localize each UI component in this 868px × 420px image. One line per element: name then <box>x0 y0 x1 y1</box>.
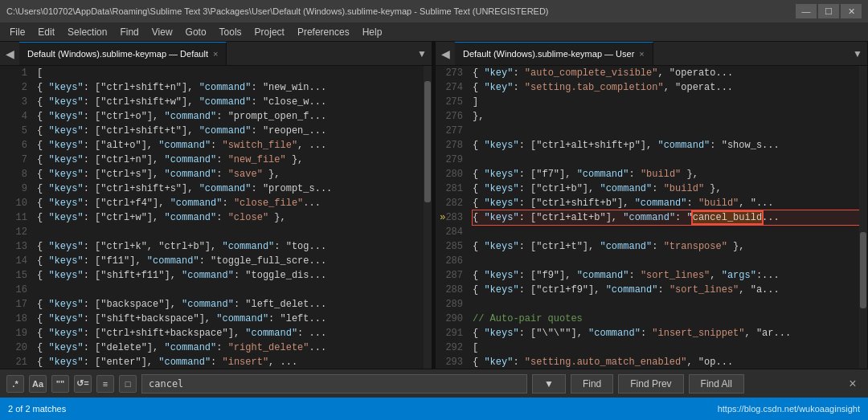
code-line: { "keys": ["ctrl+alt+shift+p"], "command… <box>473 138 859 153</box>
editors-container: ◀ Default (Windows).sublime-keymap — Def… <box>0 42 868 369</box>
line-number: 273 <box>436 66 463 80</box>
code-line: { "keys": ["ctrl+shift+b"], "command": "… <box>473 196 859 210</box>
right-code-area[interactable]: { "key": "auto_complete_visible", "opera… <box>468 66 859 369</box>
code-line: { "keys": ["ctrl+shift+w"], "command": "… <box>37 95 424 109</box>
title-bar-title: C:\Users\010702\AppData\Roaming\Sublime … <box>6 6 549 16</box>
left-tab-active[interactable]: Default (Windows).sublime-keymap — Defau… <box>19 42 227 65</box>
line-number: 282 <box>436 196 463 210</box>
code-line: { "keys": ["ctrl+shift+n"], "command": "… <box>37 80 424 95</box>
menu-item-selection[interactable]: Selection <box>61 22 113 41</box>
code-line: { "keys": ["ctrl+o"], "command": "prompt… <box>37 109 424 124</box>
code-line: { "keys": ["ctrl+t"], "command": "transp… <box>473 239 859 254</box>
left-tab-bar: ◀ Default (Windows).sublime-keymap — Def… <box>0 42 432 66</box>
line-number: 292 <box>436 340 463 355</box>
left-tab-close-icon[interactable]: × <box>213 49 218 59</box>
highlight-toggle-button[interactable]: □ <box>119 375 137 393</box>
code-line: { "keys": ["ctrl+alt+b"], "command": "ca… <box>473 210 859 225</box>
line-number: 13 <box>0 239 27 254</box>
left-line-numbers: 123456789101112131415161718192021 <box>0 66 32 369</box>
menu-item-help[interactable]: Help <box>356 22 389 41</box>
find-all-button[interactable]: Find All <box>689 374 744 393</box>
right-scrollbar[interactable] <box>859 66 867 369</box>
line-number: 6 <box>0 138 27 153</box>
line-number: 7 <box>0 153 27 167</box>
line-number: 293 <box>436 355 463 369</box>
right-tab-close-icon[interactable]: × <box>639 49 644 59</box>
left-scrollbar[interactable] <box>424 66 432 369</box>
line-number: 275 <box>436 95 463 109</box>
maximize-button[interactable]: ☐ <box>818 4 839 18</box>
line-number: 276 <box>436 109 463 124</box>
code-line <box>37 283 424 297</box>
menu-item-edit[interactable]: Edit <box>31 22 61 41</box>
close-button[interactable]: ✕ <box>841 4 862 18</box>
code-line: { "keys": ["ctrl+b"], "command": "build"… <box>473 181 859 196</box>
menu-item-project[interactable]: Project <box>248 22 291 41</box>
code-line <box>473 297 859 312</box>
right-tab-active[interactable]: Default (Windows).sublime-keymap — User … <box>455 42 653 65</box>
line-number: 10 <box>0 196 27 210</box>
line-number: 274 <box>436 80 463 95</box>
menu-item-view[interactable]: View <box>145 22 179 41</box>
right-editor-content: 273274275276277278279280281282»283284285… <box>436 66 867 369</box>
line-number: 20 <box>0 340 27 355</box>
left-code-area[interactable]: [ { "keys": ["ctrl+shift+n"], "command":… <box>32 66 424 369</box>
find-bar: .* Aa "" ↺= ≡ □ ▼ Find Find Prev Find Al… <box>0 369 868 398</box>
line-number: 16 <box>0 283 27 297</box>
line-number: 279 <box>436 153 463 167</box>
menu-item-file[interactable]: File <box>3 22 31 41</box>
line-number: 4 <box>0 109 27 124</box>
status-match-count: 2 of 2 matches <box>8 404 66 414</box>
status-bar: 2 of 2 matches https://blog.csdn.net/wuk… <box>0 398 868 420</box>
code-line: { "keys": ["ctrl+shift+t"], "command": "… <box>37 124 424 138</box>
line-number: 14 <box>0 254 27 268</box>
find-close-button[interactable]: × <box>844 375 862 393</box>
line-number: 8 <box>0 167 27 181</box>
line-number: 2 <box>0 80 27 95</box>
left-scrollbar-thumb[interactable] <box>424 81 431 202</box>
right-scrollbar-thumb[interactable] <box>860 232 866 308</box>
code-line: { "keys": ["f9"], "command": "sort_lines… <box>473 268 859 283</box>
right-tab-label: Default (Windows).sublime-keymap — User <box>463 49 634 59</box>
line-number: 284 <box>436 225 463 239</box>
right-tab-overflow-button[interactable]: ▼ <box>848 42 867 65</box>
line-number: 18 <box>0 312 27 326</box>
status-left: 2 of 2 matches <box>8 404 66 414</box>
menu-item-goto[interactable]: Goto <box>179 22 213 41</box>
minimize-button[interactable]: — <box>796 4 817 18</box>
find-input[interactable] <box>141 374 527 393</box>
menu-bar: FileEditSelectionFindViewGotoToolsProjec… <box>0 22 868 42</box>
left-tab-overflow-button[interactable]: ▼ <box>412 42 432 65</box>
find-input-wrap <box>141 374 527 393</box>
regex-toggle-button[interactable]: .* <box>6 375 24 393</box>
find-prev-button[interactable]: Find Prev <box>618 374 683 393</box>
code-line <box>473 225 859 239</box>
menu-item-tools[interactable]: Tools <box>213 22 248 41</box>
menu-item-find[interactable]: Find <box>113 22 145 41</box>
code-line: { "keys": ["alt+o"], "command": "switch_… <box>37 138 424 153</box>
left-tab-prev-button[interactable]: ◀ <box>0 42 19 65</box>
line-number: 9 <box>0 181 27 196</box>
find-next-button[interactable]: Find <box>571 374 613 393</box>
left-editor-pane: ◀ Default (Windows).sublime-keymap — Def… <box>0 42 432 369</box>
context-toggle-button[interactable]: ≡ <box>96 375 114 393</box>
code-line: { "keys": ["delete"], "command": "right_… <box>37 340 424 355</box>
menu-item-preferences[interactable]: Preferences <box>291 22 356 41</box>
find-dropdown-button[interactable]: ▼ <box>532 374 566 393</box>
wrap-toggle-button[interactable]: ↺= <box>74 375 92 393</box>
code-line: { "keys": ["f11"], "command": "toggle_fu… <box>37 254 424 268</box>
code-line: { "key": "auto_complete_visible", "opera… <box>473 66 859 80</box>
line-number: 15 <box>0 268 27 283</box>
code-line: }, <box>473 109 859 124</box>
right-tab-prev-button[interactable]: ◀ <box>436 42 455 65</box>
code-line: { "keys": ["backspace"], "command": "lef… <box>37 297 424 312</box>
code-line: [ <box>37 66 424 80</box>
line-number: 280 <box>436 167 463 181</box>
line-number: 277 <box>436 124 463 138</box>
case-toggle-button[interactable]: Aa <box>29 375 47 393</box>
line-number: 289 <box>436 297 463 312</box>
line-number: »283 <box>436 210 463 225</box>
line-number: 12 <box>0 225 27 239</box>
left-editor-content: 123456789101112131415161718192021 [ { "k… <box>0 66 432 369</box>
word-toggle-button[interactable]: "" <box>51 375 69 393</box>
